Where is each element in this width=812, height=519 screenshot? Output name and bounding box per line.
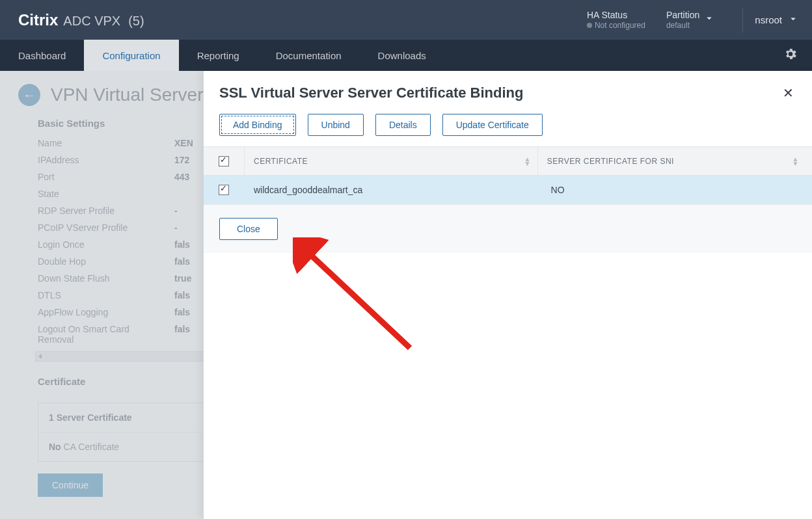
- close-label: Close: [237, 224, 260, 234]
- panel-title: SSL Virtual Server Server Certificate Bi…: [219, 85, 779, 101]
- nav-downloads-label: Downloads: [378, 50, 426, 61]
- partition-value: default: [666, 21, 699, 30]
- brand: Citrix ADC VPX (5): [18, 11, 144, 29]
- add-binding-button[interactable]: Add Binding: [219, 114, 296, 136]
- partition-label: Partition: [666, 10, 699, 21]
- nav-documentation-label: Documentation: [276, 50, 342, 61]
- nav-dashboard-label: Dashboard: [18, 50, 66, 61]
- nav-reporting[interactable]: Reporting: [179, 40, 258, 71]
- details-label: Details: [389, 120, 417, 130]
- close-icon: ✕: [783, 86, 794, 100]
- unbind-button[interactable]: Unbind: [308, 114, 364, 136]
- close-button[interactable]: Close: [219, 218, 278, 240]
- ssl-binding-panel: SSL Virtual Server Server Certificate Bi…: [203, 71, 812, 519]
- nav-configuration-label: Configuration: [102, 50, 160, 61]
- settings-gear[interactable]: [769, 40, 812, 71]
- status-dot-icon: [587, 23, 592, 28]
- user-menu[interactable]: nsroot: [755, 13, 799, 27]
- topbar: Citrix ADC VPX (5) HA Status Not configu…: [0, 0, 812, 40]
- brand-main: Citrix: [18, 11, 58, 29]
- sort-icon[interactable]: ▲▼: [792, 157, 799, 166]
- update-certificate-label: Update Certificate: [456, 120, 529, 130]
- brand-sub: ADC VPX: [63, 14, 120, 29]
- unbind-label: Unbind: [321, 120, 350, 130]
- add-binding-label: Add Binding: [233, 120, 282, 130]
- ha-status-label: HA Status: [587, 10, 645, 21]
- nav-configuration[interactable]: Configuration: [84, 40, 178, 71]
- select-all-checkbox[interactable]: [219, 156, 229, 166]
- table-row[interactable]: wildcard_gooddealmart_ca NO: [204, 176, 812, 204]
- cell-sni: NO: [542, 185, 812, 195]
- chevron-down-icon: [703, 12, 715, 27]
- nav-dashboard[interactable]: Dashboard: [0, 40, 84, 71]
- th-certificate[interactable]: CERTIFICATE: [254, 157, 308, 166]
- vertical-separator: [742, 8, 743, 33]
- nav-downloads[interactable]: Downloads: [360, 40, 444, 71]
- ha-status-value: Not configured: [595, 21, 645, 30]
- partition-selector[interactable]: Partition default: [666, 10, 715, 30]
- navbar: Dashboard Configuration Reporting Docume…: [0, 40, 812, 71]
- details-button[interactable]: Details: [375, 114, 431, 136]
- close-panel-button[interactable]: ✕: [779, 83, 798, 103]
- chevron-down-icon: [787, 13, 799, 27]
- row-checkbox[interactable]: [219, 185, 229, 195]
- brand-count: (5): [128, 14, 144, 29]
- update-certificate-button[interactable]: Update Certificate: [442, 114, 543, 136]
- gear-icon: [783, 47, 798, 64]
- th-sni[interactable]: SERVER CERTIFICATE FOR SNI: [547, 157, 674, 166]
- table-header: CERTIFICATE ▲▼ SERVER CERTIFICATE FOR SN…: [204, 147, 812, 176]
- nav-documentation[interactable]: Documentation: [258, 40, 360, 71]
- page-body: ← VPN Virtual Server Basic Settings Name…: [0, 71, 812, 519]
- nav-reporting-label: Reporting: [197, 50, 239, 61]
- sort-icon[interactable]: ▲▼: [524, 157, 530, 166]
- ha-status: HA Status Not configured: [587, 10, 645, 30]
- cell-certificate: wildcard_gooddealmart_ca: [245, 185, 541, 195]
- user-name: nsroot: [755, 14, 782, 25]
